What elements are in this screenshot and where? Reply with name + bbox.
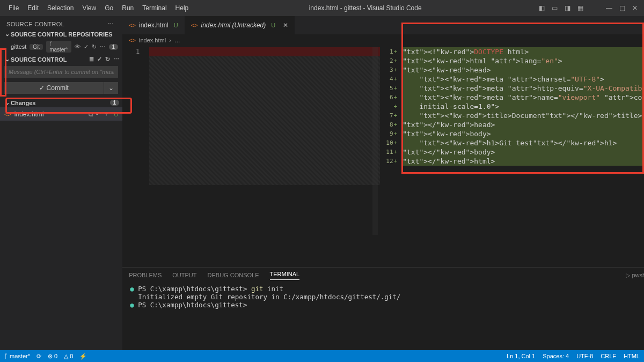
- more-icon[interactable]: ⋯: [100, 43, 106, 50]
- section-scm[interactable]: ⌄ SOURCE CONTROL ≣ ✓ ↻ ⋯: [0, 55, 122, 64]
- warnings-status[interactable]: △ 0: [64, 353, 73, 360]
- encoding[interactable]: UTF-8: [576, 353, 593, 359]
- open-file-icon[interactable]: ⧉: [89, 110, 93, 118]
- title-bar: File Edit Selection View Go Run Terminal…: [0, 0, 644, 16]
- close-icon[interactable]: ✕: [631, 4, 639, 12]
- repo-kind-pill: Git: [30, 44, 43, 50]
- removed-line: [149, 47, 380, 56]
- refresh-icon[interactable]: ↻: [92, 43, 97, 50]
- menu-selection[interactable]: Selection: [43, 2, 78, 14]
- html-file-icon: <>: [129, 37, 136, 43]
- terminal-body[interactable]: ● PS C:\xampp\htdocs\gittest> git init I…: [122, 283, 644, 350]
- menu-go[interactable]: Go: [100, 2, 118, 14]
- tab-debug-console[interactable]: DEBUG CONSOLE: [208, 272, 259, 278]
- window-title: index.html - gittest - Visual Studio Cod…: [193, 4, 538, 12]
- layout-sidebar-right-icon[interactable]: ◨: [564, 4, 571, 12]
- menu-run[interactable]: Run: [118, 2, 138, 14]
- commit-message-input[interactable]: [4, 66, 118, 78]
- panel: PROBLEMS OUTPUT DEBUG CONSOLE TERMINAL ▷…: [122, 267, 644, 350]
- maximize-icon[interactable]: ▢: [618, 4, 626, 12]
- menu-help[interactable]: Help: [171, 2, 193, 14]
- sync-status[interactable]: ⟳: [36, 353, 41, 360]
- sidebar: SOURCE CONTROL ⋯ ⌄ SOURCE CONTROL REPOSI…: [0, 16, 122, 350]
- stage-icon[interactable]: ＋: [103, 109, 109, 119]
- status-bar: ᚴ master* ⟳ ⊗ 0 △ 0 ⚡ Ln 1, Col 1 Spaces…: [0, 350, 644, 362]
- change-count-badge: 1: [109, 44, 119, 50]
- section-changes[interactable]: ⌄ Changes 1: [0, 96, 122, 107]
- changed-file-row[interactable]: <> index.html ⧉ ↶ ＋ U: [0, 107, 122, 121]
- panel-tabs: PROBLEMS OUTPUT DEBUG CONSOLE TERMINAL ▷…: [122, 268, 644, 283]
- diff-original-pane[interactable]: 1: [122, 46, 380, 267]
- scrollbar[interactable]: [372, 47, 378, 235]
- menu-view[interactable]: View: [78, 2, 100, 14]
- language-mode[interactable]: HTML: [624, 353, 640, 359]
- tab-terminal[interactable]: TERMINAL: [270, 271, 300, 280]
- indentation[interactable]: Spaces: 4: [543, 353, 569, 359]
- menu-edit[interactable]: Edit: [23, 2, 43, 14]
- no-content-hatching: [149, 56, 380, 185]
- live-share-icon[interactable]: ⚡: [79, 353, 87, 360]
- repo-row[interactable]: gittest Git ᚴ master* 👁 ✓ ↻ ⋯ 1: [0, 39, 122, 55]
- refresh-icon[interactable]: ↻: [105, 56, 110, 63]
- tree-icon[interactable]: ≣: [89, 56, 94, 63]
- tab-index-html[interactable]: <> index.html U: [122, 16, 185, 34]
- branch-status[interactable]: ᚴ master*: [4, 353, 30, 359]
- diff-modified-pane[interactable]: 1+2+3+4+5+6++7+8+9+10+11+12+ "txt"><!"kw…: [380, 46, 644, 267]
- layout-customize-icon[interactable]: ▦: [576, 4, 584, 12]
- menu-file[interactable]: File: [4, 2, 23, 14]
- branch-pill[interactable]: ᚴ master*: [46, 41, 71, 53]
- html-file-icon: <>: [191, 22, 198, 28]
- editor-area: <> index.html U <> index.html (Untracked…: [122, 16, 644, 350]
- commit-button[interactable]: ✓ Commit: [4, 82, 104, 94]
- layout-icons: ◧ ▭ ◨ ▦ ― ▢ ✕: [538, 4, 644, 12]
- html-file-icon: <>: [4, 111, 11, 117]
- minimize-icon[interactable]: ―: [605, 4, 613, 12]
- view-icon[interactable]: 👁: [75, 43, 80, 50]
- more-icon[interactable]: ⋯: [106, 20, 116, 27]
- errors-status[interactable]: ⊗ 0: [48, 353, 57, 360]
- chevron-down-icon: ⌄: [3, 31, 11, 38]
- breadcrumb[interactable]: <> index.html › …: [122, 34, 644, 46]
- change-count-badge: 1: [110, 100, 120, 106]
- cursor-position[interactable]: Ln 1, Col 1: [507, 353, 535, 359]
- check-icon[interactable]: ✓: [97, 56, 102, 63]
- tab-output[interactable]: OUTPUT: [172, 272, 196, 278]
- layout-sidebar-left-icon[interactable]: ◧: [538, 4, 545, 12]
- sidebar-title: SOURCE CONTROL: [6, 21, 106, 27]
- menu-terminal[interactable]: Terminal: [138, 2, 171, 14]
- status-letter: U: [114, 111, 118, 117]
- tab-bar: <> index.html U <> index.html (Untracked…: [122, 16, 644, 34]
- layout-panel-icon[interactable]: ▭: [551, 4, 558, 12]
- tab-problems[interactable]: PROBLEMS: [129, 272, 162, 278]
- tab-index-untracked[interactable]: <> index.html (Untracked) U ✕: [185, 16, 295, 34]
- section-repos[interactable]: ⌄ SOURCE CONTROL REPOSITORIES: [0, 29, 122, 39]
- close-tab-icon[interactable]: ✕: [283, 21, 288, 29]
- sidebar-title-row: SOURCE CONTROL ⋯: [0, 16, 122, 29]
- discard-icon[interactable]: ↶: [96, 110, 101, 118]
- html-file-icon: <>: [129, 22, 136, 28]
- more-icon[interactable]: ⋯: [113, 56, 119, 63]
- check-icon[interactable]: ✓: [84, 43, 89, 50]
- chevron-down-icon: ⌄: [3, 56, 11, 63]
- commit-dropdown[interactable]: ⌄: [104, 82, 118, 94]
- eol[interactable]: CRLF: [601, 353, 616, 359]
- shell-indicator[interactable]: ▷ pwsh: [626, 272, 644, 279]
- file-name: index.html: [14, 110, 89, 118]
- menu-bar: File Edit Selection View Go Run Terminal…: [0, 2, 193, 14]
- chevron-down-icon: ⌄: [3, 99, 11, 106]
- repo-name: gittest: [11, 43, 26, 50]
